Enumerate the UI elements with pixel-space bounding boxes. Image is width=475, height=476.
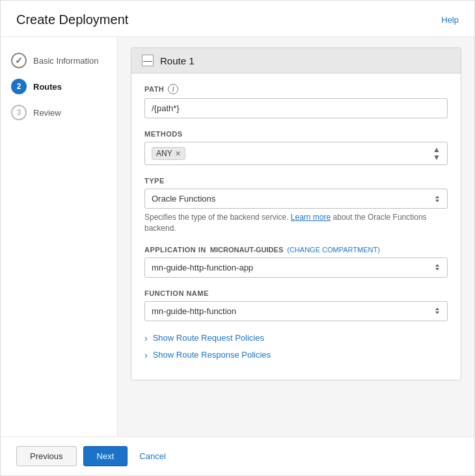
sidebar-item-basic-information[interactable]: ✓ Basic Information — [11, 53, 107, 68]
app-label-text: APPLICATION IN — [144, 246, 206, 254]
type-select[interactable]: Oracle Functions HTTP Backend Stock Resp… — [144, 189, 448, 209]
select-arrow-icon: ▲ ▼ — [433, 146, 441, 161]
previous-button[interactable]: Previous — [16, 446, 77, 466]
function-field-group: FUNCTION NAME mn-guide-http-function — [144, 289, 448, 321]
help-link[interactable]: Help — [441, 15, 459, 25]
show-request-policies-link[interactable]: Show Route Request Policies — [153, 333, 264, 343]
application-field-group: APPLICATION IN MICRONAUT-GUIDES (CHANGE … — [144, 246, 448, 278]
path-info-icon[interactable]: i — [168, 84, 178, 94]
policy-links: › Show Route Request Policies › Show Rou… — [144, 333, 448, 360]
step-2-label: Routes — [33, 82, 62, 92]
change-compartment-link[interactable]: (CHANGE COMPARTMENT) — [287, 246, 380, 254]
tag-close-icon[interactable]: ✕ — [175, 150, 181, 158]
footer: Previous Next Cancel — [1, 436, 474, 475]
step-3-label: Review — [33, 108, 61, 118]
path-input[interactable] — [144, 98, 448, 118]
function-select-wrapper: mn-guide-http-function — [144, 301, 448, 321]
function-select[interactable]: mn-guide-http-function — [144, 301, 448, 321]
route-title: Route 1 — [160, 55, 195, 66]
step-2-number: 2 — [17, 82, 21, 91]
sidebar: ✓ Basic Information 2 Routes 3 Review — [1, 37, 118, 436]
checkmark-icon: ✓ — [15, 55, 23, 66]
type-select-wrapper: Oracle Functions HTTP Backend Stock Resp… — [144, 189, 448, 209]
path-field-group: PATH i — [144, 84, 448, 118]
page-body: ✓ Basic Information 2 Routes 3 Review — [1, 37, 474, 436]
function-label: FUNCTION NAME — [144, 289, 448, 297]
step-1-circle: ✓ — [11, 53, 27, 68]
step-3-number: 3 — [17, 108, 21, 117]
step-3-circle: 3 — [11, 105, 27, 120]
route-body: PATH i METHODS — [131, 73, 461, 380]
app-label-row: APPLICATION IN MICRONAUT-GUIDES (CHANGE … — [144, 246, 448, 254]
page-title: Create Deployment — [16, 12, 128, 27]
methods-field[interactable]: ANY ✕ ▲ ▼ — [144, 142, 448, 165]
app-select-wrapper: mn-guide-http-function-app — [144, 258, 448, 278]
step-1-label: Basic Information — [33, 56, 98, 66]
route-card: — Route 1 PATH i — [131, 47, 461, 380]
any-tag: ANY ✕ — [152, 147, 185, 160]
methods-inner: ANY ✕ — [152, 147, 185, 160]
request-policy-item: › Show Route Request Policies — [144, 333, 448, 343]
learn-more-link[interactable]: Learn more — [291, 213, 331, 222]
step-2-circle: 2 — [11, 79, 27, 94]
sidebar-item-routes[interactable]: 2 Routes — [11, 79, 107, 94]
chevron-right-response-icon: › — [144, 350, 148, 360]
response-policy-item: › Show Route Response Policies — [144, 350, 448, 360]
compartment-name: MICRONAUT-GUIDES — [210, 246, 283, 254]
type-label: TYPE — [144, 177, 448, 185]
type-description: Specifies the type of the backend servic… — [144, 212, 448, 234]
methods-field-group: METHODS ANY ✕ — [144, 130, 448, 165]
route-header: — Route 1 — [131, 48, 461, 73]
collapse-icon: — — [143, 56, 152, 65]
path-label: PATH i — [144, 84, 448, 94]
type-field-group: TYPE Oracle Functions HTTP Backend Stock… — [144, 177, 448, 234]
chevron-right-request-icon: › — [144, 333, 148, 343]
collapse-button[interactable]: — — [142, 55, 154, 66]
show-response-policies-link[interactable]: Show Route Response Policies — [153, 350, 271, 360]
methods-select-wrapper: ANY ✕ ▲ ▼ — [144, 142, 448, 165]
app-select[interactable]: mn-guide-http-function-app — [144, 258, 448, 278]
sidebar-item-review[interactable]: 3 Review — [11, 105, 107, 120]
cancel-button[interactable]: Cancel — [134, 447, 170, 466]
main-content: — Route 1 PATH i — [118, 37, 474, 436]
methods-label: METHODS — [144, 130, 448, 138]
next-button[interactable]: Next — [83, 446, 128, 466]
page-header: Create Deployment Help — [1, 1, 474, 37]
